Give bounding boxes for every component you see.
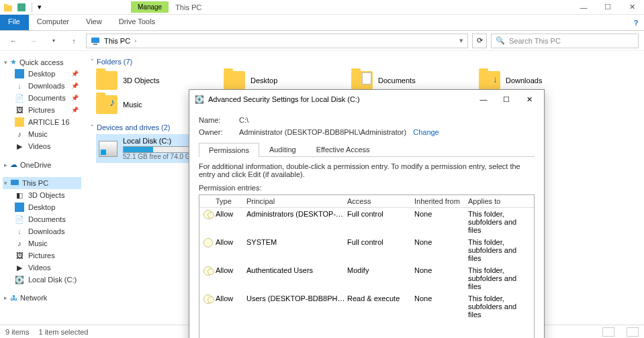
tab-auditing[interactable]: Auditing <box>259 142 306 156</box>
breadcrumb-chevron-icon[interactable]: › <box>134 38 136 44</box>
maximize-button[interactable]: ☐ <box>596 0 620 15</box>
pc-icon <box>91 36 100 46</box>
tab-permissions[interactable]: Permissions <box>199 143 259 157</box>
tab-drive-tools[interactable]: Drive Tools <box>111 15 164 30</box>
videos-icon: ▶ <box>15 142 24 151</box>
view-details-button[interactable] <box>602 327 614 337</box>
dialog-maximize-button[interactable]: ☐ <box>497 93 516 106</box>
sidebar-item-videos[interactable]: ▶Videos <box>3 140 81 152</box>
perm-access: Modify <box>347 266 414 290</box>
quick-access-toolbar: ▾ <box>0 2 50 13</box>
group-icon <box>203 266 213 276</box>
music-icon: ♪ <box>15 239 24 248</box>
sidebar-onedrive[interactable]: ▸☁OneDrive <box>3 159 81 170</box>
folder-3dobjects[interactable]: 3D Objects <box>96 71 203 90</box>
sidebar-item-videos2[interactable]: ▶Videos <box>3 262 81 274</box>
recent-dropdown[interactable]: ▾ <box>46 33 62 49</box>
svg-rect-3 <box>91 38 99 43</box>
folders-group-header[interactable]: ˅Folders (7) <box>91 55 637 68</box>
tab-effective-access[interactable]: Effective Access <box>306 142 380 156</box>
folder-documents[interactable]: Documents <box>351 71 459 90</box>
sidebar-item-music2[interactable]: ♪Music <box>3 237 81 249</box>
chevron-down-icon: ˅ <box>91 58 94 65</box>
explorer-icon <box>3 2 13 13</box>
breadcrumb-node[interactable]: This PC <box>104 37 130 45</box>
group-label: Devices and drives (2) <box>97 123 170 131</box>
sidebar-item-music[interactable]: ♪Music <box>3 128 81 140</box>
entries-label: Permission entries: <box>199 182 535 194</box>
perm-access: Full control <box>347 238 414 262</box>
advanced-security-dialog: 💽 Advanced Security Settings for Local D… <box>189 89 545 338</box>
sidebar-item-localdisk[interactable]: 💽Local Disk (C:) <box>3 274 81 286</box>
sidebar-item-pictures[interactable]: 🖼Pictures📌 <box>3 104 81 116</box>
sidebar-item-downloads[interactable]: ↓Downloads📌 <box>3 80 81 92</box>
perm-row[interactable]: AllowAdministrators (DESKTOP-BD...Full c… <box>199 208 534 236</box>
col-applies[interactable]: Applies to <box>468 197 530 205</box>
sidebar-item-label: Videos <box>28 142 50 150</box>
sidebar-item-documents[interactable]: 📄Documents📌 <box>3 92 81 104</box>
tab-computer[interactable]: Computer <box>29 15 78 30</box>
dialog-close-button[interactable]: ✕ <box>520 93 539 106</box>
sidebar-item-label: Documents <box>28 94 66 102</box>
perm-row[interactable]: AllowSYSTEMFull controlNoneThis folder, … <box>199 236 534 264</box>
sidebar-item-label: Documents <box>28 215 66 223</box>
help-icon[interactable]: ? <box>628 15 644 30</box>
col-access[interactable]: Access <box>347 197 414 205</box>
drive-icon <box>99 141 118 157</box>
col-inherited[interactable]: Inherited from <box>414 197 468 205</box>
sidebar-item-label: 3D Objects <box>28 191 64 199</box>
search-placeholder: Search This PC <box>509 37 561 45</box>
sidebar-item-pictures2[interactable]: 🖼Pictures <box>3 249 81 262</box>
folder-desktop[interactable]: Desktop <box>224 71 331 90</box>
properties-icon[interactable] <box>16 2 27 13</box>
folder-downloads[interactable]: Downloads <box>479 71 586 90</box>
chevron-down-icon: ▾ <box>4 180 7 186</box>
sidebar-label: Network <box>20 294 47 302</box>
sidebar-item-desktop[interactable]: Desktop📌 <box>3 68 81 80</box>
address-bar[interactable]: This PC › ▾ <box>86 34 468 48</box>
sidebar-item-label: Downloads <box>28 82 64 90</box>
back-button[interactable]: ← <box>5 33 21 49</box>
sidebar-network[interactable]: ▸🖧Network <box>3 292 81 303</box>
sidebar-this-pc[interactable]: ▾This PC <box>3 177 81 189</box>
col-type[interactable]: Type <box>216 197 246 205</box>
col-principal[interactable]: Principal <box>246 197 347 205</box>
refresh-button[interactable]: ⟳ <box>472 34 487 48</box>
sidebar-item-desktop2[interactable]: Desktop <box>3 201 81 213</box>
sidebar-item-3dobjects[interactable]: ◧3D Objects <box>3 189 81 201</box>
chevron-down-icon: ▾ <box>4 59 7 66</box>
sidebar-item-label: Pictures <box>28 251 55 260</box>
context-tab-manage[interactable]: Manage <box>131 1 169 13</box>
perm-applies: This folder, subfolders and files <box>468 238 530 262</box>
perm-row[interactable]: AllowUsers (DESKTOP-BDB8PHL\Us...Read & … <box>199 292 534 321</box>
up-button[interactable]: ↑ <box>66 33 82 49</box>
folder-icon <box>351 71 373 90</box>
sidebar-item-documents2[interactable]: 📄Documents <box>3 213 81 225</box>
sidebar-item-downloads2[interactable]: ↓Downloads <box>3 225 81 237</box>
tab-view[interactable]: View <box>78 15 111 30</box>
address-dropdown-icon[interactable]: ▾ <box>459 36 463 45</box>
pin-icon: 📌 <box>71 70 79 77</box>
perm-principal: SYSTEM <box>246 238 347 262</box>
close-button[interactable]: ✕ <box>620 0 644 15</box>
sidebar-item-label: Desktop <box>28 70 55 78</box>
star-icon: ★ <box>10 58 17 66</box>
qat-dropdown-icon[interactable]: ▾ <box>34 2 45 13</box>
sidebar-item-article16[interactable]: ARTICLE 16 <box>3 116 81 128</box>
dialog-minimize-button[interactable]: — <box>474 93 493 106</box>
pictures-icon: 🖼 <box>15 251 24 260</box>
perm-row[interactable]: AllowAuthenticated UsersModifyNoneThis f… <box>199 264 534 292</box>
folder-music[interactable]: Music <box>96 95 203 114</box>
search-icon: 🔍 <box>496 36 505 45</box>
view-large-button[interactable] <box>627 327 639 337</box>
perm-applies: This folder, subfolders and files <box>468 210 530 234</box>
sidebar-item-label: Music <box>28 130 48 138</box>
folder-icon <box>96 95 118 114</box>
change-owner-link[interactable]: Change <box>413 128 439 136</box>
search-input[interactable]: 🔍 Search This PC <box>491 34 639 48</box>
tab-file[interactable]: File <box>0 15 29 30</box>
minimize-button[interactable]: — <box>571 0 596 15</box>
sidebar-quick-access[interactable]: ▾★Quick access <box>3 56 81 68</box>
svg-rect-2 <box>17 3 26 11</box>
forward-button[interactable]: → <box>26 33 42 49</box>
